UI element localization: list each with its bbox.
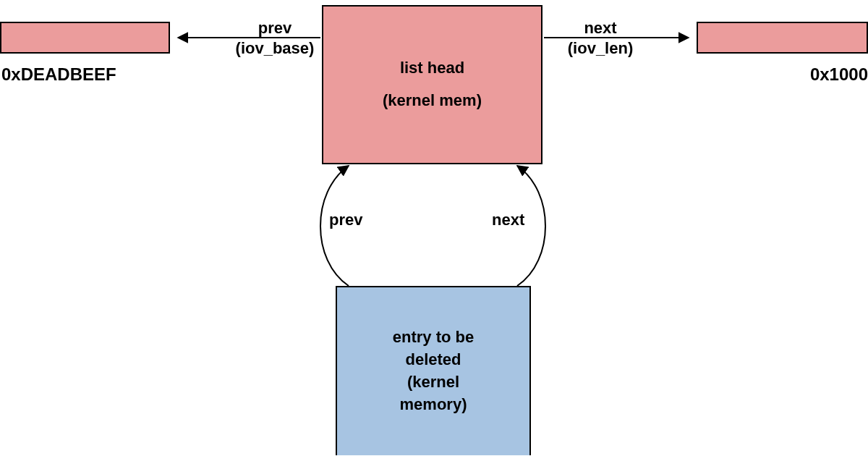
bottom-line2: deleted	[405, 349, 461, 371]
right-pink-box	[697, 22, 868, 54]
next-mid-label: next	[492, 210, 524, 230]
center-line1: list head	[400, 57, 464, 80]
prev-mid-label: prev	[329, 210, 362, 230]
bottom-line3: (kernel	[407, 371, 459, 394]
left-caption: 0xDEADBEEF	[1, 64, 168, 85]
next-top-label: next (iov_len)	[550, 18, 651, 58]
prev-top-label: prev (iov_base)	[224, 18, 326, 58]
center-list-head-box: list head (kernel mem)	[322, 5, 542, 164]
center-line2: (kernel mem)	[383, 90, 482, 112]
bottom-line4: memory)	[400, 394, 467, 416]
bottom-entry-box: entry to be deleted (kernel memory)	[336, 286, 531, 455]
bottom-line1: entry to be	[393, 326, 474, 349]
left-pink-box	[0, 22, 170, 54]
right-caption: 0x1000	[697, 64, 868, 85]
